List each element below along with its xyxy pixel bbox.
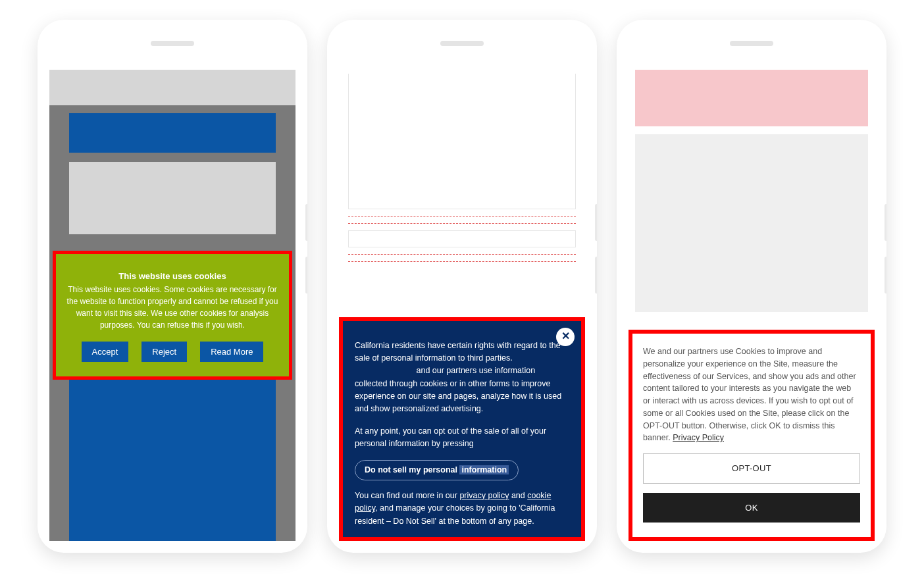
phone-screen-2: ✕ California residents have certain righ…: [339, 70, 585, 541]
banner-paragraph-1: California residents have certain rights…: [355, 340, 569, 416]
skeleton-block: [348, 74, 576, 209]
phone-side-button: [885, 257, 886, 294]
skeleton-topbar: [49, 70, 295, 105]
phone-speaker: [440, 41, 484, 46]
accept-button[interactable]: Accept: [82, 342, 129, 362]
skeleton-bar: [69, 113, 276, 153]
text-span: California residents have certain rights…: [355, 341, 561, 363]
phone-speaker: [151, 41, 194, 46]
phone-side-button: [305, 257, 307, 294]
skeleton-block: [69, 162, 276, 234]
cookie-banner-3: We and our partners use Cookies to impro…: [629, 330, 875, 541]
skeleton-divider: [348, 261, 576, 262]
phone-mockup-3: We and our partners use Cookies to impro…: [617, 20, 886, 553]
cookie-banner-2: ✕ California residents have certain righ…: [339, 317, 585, 542]
banner-paragraph-2: At any point, you can opt out of the sal…: [355, 425, 569, 451]
ok-button[interactable]: OK: [643, 493, 860, 523]
skeleton-bigblock: [69, 359, 276, 541]
phone-mockup-1: This website uses cookies This website u…: [38, 20, 307, 553]
skeleton-block: [348, 230, 576, 247]
text-span: , and manage your choices by going to 'C…: [355, 503, 555, 525]
phone-screen-3: We and our partners use Cookies to impro…: [629, 70, 875, 541]
skeleton-banner: [635, 70, 868, 126]
phone-side-button: [885, 204, 886, 241]
chip-text-b: information: [459, 465, 509, 474]
phone-speaker: [730, 41, 773, 46]
privacy-policy-link[interactable]: Privacy Policy: [673, 433, 724, 442]
read-more-button[interactable]: Read More: [200, 342, 263, 362]
text-span: and our partners use information collect…: [355, 366, 561, 413]
skeleton-divider: [348, 254, 576, 255]
chip-text-a: Do not sell my personal: [365, 465, 459, 474]
skeleton-divider: [348, 223, 576, 224]
text-span: You can find out more in our: [355, 491, 459, 500]
close-icon[interactable]: ✕: [556, 328, 575, 346]
text-span: We and our partners use Cookies to impro…: [643, 347, 856, 442]
phone-side-button: [305, 204, 307, 241]
do-not-sell-button[interactable]: Do not sell my personal information: [355, 460, 519, 480]
opt-out-button[interactable]: OPT-OUT: [643, 453, 860, 484]
skeleton-divider: [348, 216, 576, 217]
skeleton-block: [635, 134, 868, 312]
phone-side-button: [595, 257, 597, 294]
phone-side-button: [595, 204, 597, 241]
privacy-policy-link[interactable]: privacy policy: [459, 491, 509, 500]
banner-text: We and our partners use Cookies to impro…: [643, 345, 860, 444]
phone-mockup-2: ✕ California residents have certain righ…: [327, 20, 597, 553]
text-span: and: [509, 491, 527, 500]
banner-title: This website uses cookies: [66, 271, 278, 281]
cookie-banner-1: This website uses cookies This website u…: [53, 251, 292, 380]
banner-button-row: Accept Reject Read More: [66, 342, 278, 362]
banner-paragraph-3: You can find out more in our privacy pol…: [355, 490, 569, 528]
phone-screen-1: This website uses cookies This website u…: [49, 70, 295, 541]
close-glyph: ✕: [561, 328, 570, 345]
reject-button[interactable]: Reject: [141, 342, 187, 362]
banner-text: This website uses cookies. Some cookies …: [66, 284, 278, 331]
